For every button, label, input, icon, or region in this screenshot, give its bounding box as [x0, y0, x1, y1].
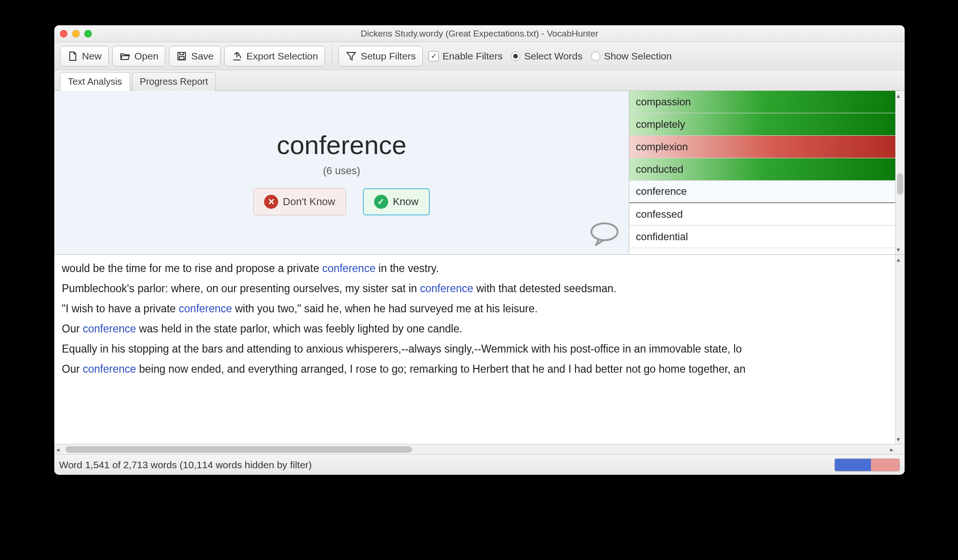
progress-known [835, 459, 871, 471]
word-list-item[interactable]: confessed [629, 203, 895, 226]
export-label: Export Selection [246, 51, 318, 62]
close-icon[interactable] [60, 30, 67, 37]
progress-bar [834, 458, 900, 472]
save-label: Save [191, 51, 214, 62]
show-selection-label: Show Selection [604, 51, 672, 62]
radio-unselected-icon [591, 52, 600, 61]
save-button[interactable]: Save [169, 46, 221, 66]
usage-scrollbar-vertical[interactable]: ▴ ▾ [895, 255, 905, 444]
check-circle-icon: ✓ [374, 195, 388, 209]
export-selection-button[interactable]: Export Selection [224, 46, 325, 66]
know-label: Know [393, 196, 419, 208]
zoom-icon[interactable] [84, 30, 92, 37]
radio-selected-icon [511, 52, 520, 61]
floppy-save-icon [176, 51, 187, 62]
main-area: conference (6 uses) ✕ Don't Know ✓ Know [54, 91, 905, 475]
scroll-up-icon[interactable]: ▴ [897, 92, 900, 99]
tab-text-analysis[interactable]: Text Analysis [60, 72, 130, 91]
scroll-up-icon[interactable]: ▴ [897, 256, 900, 263]
folder-open-icon [119, 51, 131, 62]
tab-progress-report[interactable]: Progress Report [132, 72, 216, 91]
open-label: Open [134, 51, 158, 62]
word-list-item[interactable]: completely [629, 113, 895, 136]
select-words-radio[interactable]: Select Words [511, 51, 582, 62]
status-text: Word 1,541 of 2,713 words (10,114 words … [59, 459, 312, 471]
status-bar: Word 1,541 of 2,713 words (10,114 words … [54, 454, 905, 475]
enable-filters-checkbox[interactable]: ✓ Enable Filters [428, 51, 502, 62]
usage-list[interactable]: would be the time for me to rise and pro… [54, 255, 895, 444]
dont-know-label: Don't Know [283, 196, 335, 208]
scroll-left-icon[interactable]: ◂ [56, 446, 59, 453]
toolbar-separator [332, 46, 332, 66]
word-list-item[interactable]: conference [629, 181, 895, 203]
select-words-label: Select Words [524, 51, 582, 62]
checkbox-checked-icon: ✓ [428, 51, 439, 61]
note-speech-icon[interactable] [590, 222, 619, 248]
usage-scrollbar-horizontal[interactable]: ◂ ▸ [54, 444, 905, 454]
word-list-item[interactable]: confidential [629, 226, 895, 248]
window-title: Dickens Study.wordy (Great Expectations.… [54, 29, 905, 39]
svg-rect-1 [180, 52, 184, 55]
toolbar: New Open Save Export Selection Setup Fil… [54, 42, 905, 70]
enable-filters-label: Enable Filters [442, 51, 502, 62]
focus-word: conference [277, 130, 406, 160]
open-button[interactable]: Open [112, 46, 165, 66]
scroll-down-icon[interactable]: ▾ [897, 435, 900, 443]
svg-point-3 [591, 223, 618, 240]
show-selection-radio[interactable]: Show Selection [591, 51, 672, 62]
new-label: New [82, 51, 102, 62]
word-list-scrollbar[interactable]: ▴ ▾ [895, 91, 905, 254]
word-list-item[interactable]: compassion [629, 91, 895, 113]
export-icon [231, 51, 243, 62]
word-list-pane: compassioncompletelycomplexionconductedc… [629, 91, 905, 254]
know-button[interactable]: ✓ Know [363, 188, 430, 215]
scroll-thumb[interactable] [897, 173, 903, 195]
scroll-right-icon[interactable]: ▸ [890, 446, 893, 453]
tab-bar: Text Analysis Progress Report [54, 70, 905, 91]
usage-line[interactable]: Pumblechook's parlor: where, on our pres… [54, 279, 895, 299]
setup-filters-button[interactable]: Setup Filters [339, 46, 423, 66]
upper-panes: conference (6 uses) ✕ Don't Know ✓ Know [54, 91, 905, 255]
app-window: Dickens Study.wordy (Great Expectations.… [54, 25, 905, 475]
focus-uses: (6 uses) [323, 165, 360, 177]
scroll-thumb[interactable] [66, 446, 412, 453]
usage-line[interactable]: Equally in his stopping at the bars and … [54, 339, 895, 359]
funnel-filter-icon [346, 51, 357, 62]
x-circle-icon: ✕ [264, 195, 278, 209]
dont-know-button[interactable]: ✕ Don't Know [253, 188, 346, 215]
svg-rect-2 [179, 57, 184, 59]
usage-line[interactable]: Our conference was held in the state par… [54, 319, 895, 339]
window-controls [60, 30, 92, 37]
usage-line[interactable]: would be the time for me to rise and pro… [54, 258, 895, 279]
minimize-icon[interactable] [72, 30, 80, 37]
file-new-icon [67, 51, 78, 62]
usage-pane: would be the time for me to rise and pro… [54, 255, 905, 444]
usage-line[interactable]: Our conference being now ended, and ever… [54, 359, 895, 379]
focus-buttons: ✕ Don't Know ✓ Know [253, 188, 430, 215]
word-list-item[interactable]: conducted [629, 158, 895, 181]
usage-line[interactable]: "I wish to have a private conference wit… [54, 299, 895, 319]
word-list-item[interactable]: complexion [629, 136, 895, 158]
new-button[interactable]: New [60, 46, 109, 66]
word-list[interactable]: compassioncompletelycomplexionconductedc… [629, 91, 895, 254]
titlebar: Dickens Study.wordy (Great Expectations.… [54, 25, 905, 42]
scroll-down-icon[interactable]: ▾ [897, 246, 900, 253]
setup-filters-label: Setup Filters [361, 51, 416, 62]
progress-unknown [871, 459, 899, 471]
focus-pane: conference (6 uses) ✕ Don't Know ✓ Know [54, 91, 629, 254]
